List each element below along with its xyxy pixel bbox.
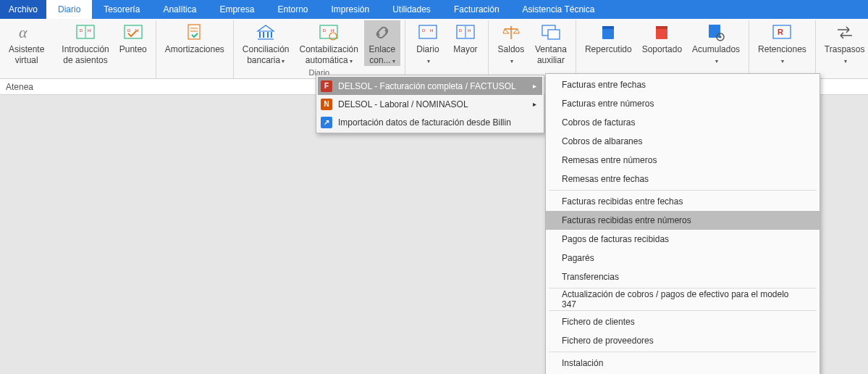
label: Introducción (62, 44, 109, 54)
balance-icon (502, 22, 521, 43)
saldos-button[interactable]: Saldos (493, 20, 529, 66)
svg-text:D: D (323, 28, 326, 33)
svg-rect-33 (602, 26, 614, 29)
separator (549, 190, 817, 191)
menu-item-actualizacion-347[interactable]: Actualización de cobros / pagos de efect… (546, 290, 819, 309)
ribbon: α Asistentevirtual DH Introducciónde asi… (0, 19, 868, 79)
menu-item-transferencias[interactable]: Transferencias (546, 267, 819, 286)
asistente-virtual-button[interactable]: α Asistentevirtual (4, 20, 49, 66)
menu-item-cobros-facturas[interactable]: Cobros de facturas (546, 113, 819, 132)
menu-item-facturas-fechas[interactable]: Facturas entre fechas (546, 75, 819, 94)
label: Asistente (9, 44, 44, 54)
tab-utilidades[interactable]: Utilidades (381, 0, 442, 19)
auto-ledger-icon: DH (319, 22, 338, 43)
tab-asistencia[interactable]: Asistencia Técnica (511, 0, 607, 19)
chevron-down-icon (426, 55, 430, 65)
tab-facturacion[interactable]: Facturación (442, 0, 511, 19)
introduccion-asientos-button[interactable]: DH Introducciónde asientos (57, 20, 113, 66)
svg-rect-35 (656, 26, 667, 29)
swap-icon (835, 22, 854, 43)
label: Retenciones (758, 44, 806, 54)
diario-icon: DH (418, 22, 437, 43)
menu-item-pagares[interactable]: Pagarés (546, 249, 819, 267)
diario-button[interactable]: DH Diario (410, 20, 446, 66)
chevron-down-icon (780, 55, 784, 65)
link-icon (373, 22, 392, 43)
acumulados-button[interactable]: Acumulados (688, 20, 744, 66)
svg-text:H: H (88, 28, 90, 33)
tab-diario[interactable]: Diario (46, 0, 92, 19)
menu-item-remesas-fechas[interactable]: Remesas entre fechas (546, 170, 819, 188)
label: Contabilización (300, 44, 358, 54)
svg-text:α: α (19, 23, 28, 41)
tab-analitica[interactable]: Analítica (151, 0, 208, 19)
svg-text:D: D (127, 28, 131, 33)
label: auxiliar (537, 55, 565, 65)
chevron-down-icon (843, 55, 847, 65)
traspasos-button[interactable]: Traspasos (820, 20, 868, 66)
menu-item-fichero-proveedores[interactable]: Fichero de proveedores (546, 331, 819, 350)
book-red-icon (653, 22, 670, 43)
soportado-button[interactable]: Soportado (638, 20, 686, 66)
nominasol-icon: N (321, 99, 332, 110)
separator (549, 352, 817, 352)
retenciones-icon: R (772, 22, 791, 43)
separator (549, 288, 817, 288)
mayor-icon: DH (456, 22, 475, 43)
menu-item-recibidas-fechas[interactable]: Facturas recibidas entre fechas (546, 192, 819, 211)
label: Conciliación (243, 44, 290, 54)
svg-text:H: H (468, 28, 471, 33)
alpha-icon: α (17, 22, 36, 43)
tab-entorno[interactable]: Entorno (266, 0, 319, 19)
chevron-down-icon (714, 55, 718, 65)
mayor-button[interactable]: DH Mayor (447, 20, 484, 66)
menu-item-facturas-numeros[interactable]: Facturas entre números (546, 94, 819, 113)
label: con... (369, 55, 395, 65)
book-blue-icon (599, 22, 617, 43)
menu-item-remesas-numeros[interactable]: Remesas entre números (546, 151, 819, 170)
billin-icon: ↗ (321, 117, 332, 128)
label: virtual (15, 55, 38, 65)
book-gear-icon (707, 22, 725, 43)
enlace-con-button[interactable]: Enlacecon... (364, 20, 400, 66)
svg-text:D: D (80, 28, 83, 33)
menu-item-cobros-albaranes[interactable]: Cobros de albaranes (546, 132, 819, 151)
contabilizacion-automatica-button[interactable]: DH Contabilizaciónautomática (295, 20, 363, 66)
menu-item-factusol[interactable]: F DELSOL - Facturación completa / FACTUS… (318, 77, 542, 95)
label: Acumulados (692, 44, 740, 54)
svg-point-38 (720, 36, 722, 38)
menu-item-nominasol[interactable]: N DELSOL - Laboral / NOMINASOL ▸ (318, 95, 542, 113)
label: DELSOL - Laboral / NOMINASOL (338, 99, 468, 109)
factusol-submenu: Facturas entre fechas Facturas entre núm… (545, 73, 820, 374)
label: Diario (416, 44, 439, 54)
label: Repercutido (585, 44, 632, 54)
chevron-down-icon (509, 55, 513, 65)
retenciones-button[interactable]: R Retenciones (754, 20, 811, 66)
tab-tesoreria[interactable]: Tesorería (92, 0, 151, 19)
punteo-button[interactable]: DH Punteo (115, 20, 151, 66)
punteo-icon: DH (124, 22, 143, 43)
label: Traspasos (825, 44, 865, 54)
svg-rect-31 (548, 30, 560, 39)
submenu-arrow-icon: ▸ (533, 100, 536, 108)
tab-empresa[interactable]: Empresa (208, 0, 266, 19)
document-check-icon (186, 22, 203, 43)
ledger-entry-icon: DH (76, 22, 95, 43)
menu-item-fichero-clientes[interactable]: Fichero de clientes (546, 312, 819, 331)
label: automática (306, 55, 353, 65)
menu-item-recibidas-numeros[interactable]: Facturas recibidas entre números (546, 211, 819, 230)
tab-archivo[interactable]: Archivo (0, 0, 46, 19)
conciliacion-bancaria-button[interactable]: Conciliaciónbancaria (238, 20, 294, 66)
aux-window-icon (542, 22, 560, 43)
amortizaciones-button[interactable]: Amortizaciones (161, 20, 229, 66)
label: bancaria (247, 55, 285, 65)
menu-item-pagos-recibidas[interactable]: Pagos de facturas recibidas (546, 230, 819, 249)
label: Punteo (119, 44, 147, 54)
label: Amortizaciones (165, 44, 224, 54)
tab-impresion[interactable]: Impresión (319, 0, 381, 19)
label: DELSOL - Facturación completa / FACTUSOL (338, 81, 516, 91)
repercutido-button[interactable]: Repercutido (581, 20, 636, 66)
menu-item-instalacion[interactable]: Instalación (546, 354, 819, 373)
menu-item-billin[interactable]: ↗ Importación datos de facturación desde… (318, 113, 542, 131)
ventana-auxiliar-button[interactable]: Ventanaauxiliar (531, 20, 571, 66)
